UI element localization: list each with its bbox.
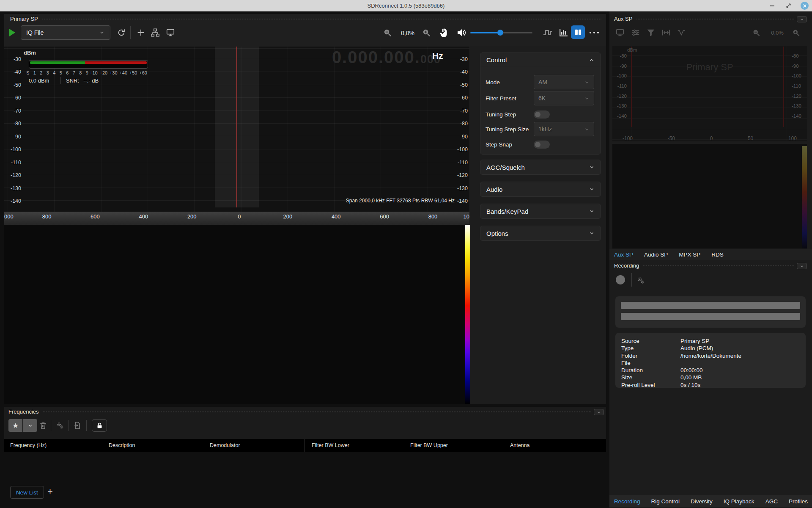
aux-filter-icon[interactable]	[646, 28, 656, 37]
aux-spectrum-display[interactable]: Primary SP	[612, 46, 807, 141]
smeter-tick: 2	[40, 70, 42, 75]
smeter-tick: +20	[99, 70, 107, 75]
db-label: -110	[5, 160, 21, 165]
list-settings-icon[interactable]	[56, 421, 64, 430]
delete-button[interactable]	[39, 421, 47, 430]
network-icon[interactable]	[151, 28, 160, 37]
control-section-header[interactable]: Control	[480, 53, 601, 67]
agc-squelch-section[interactable]: AGC/Squelch	[480, 160, 601, 175]
favorite-split-button[interactable]: ★	[8, 419, 37, 432]
aux-collapse-button[interactable]	[797, 16, 807, 22]
more-options-button[interactable]	[589, 30, 600, 35]
volume-slider-thumb[interactable]	[497, 30, 503, 36]
bands-keypad-section[interactable]: Bands/KeyPad	[480, 204, 601, 219]
aux-settings-sliders-icon[interactable]	[631, 28, 640, 37]
column-header[interactable]: Demodulator	[210, 442, 240, 448]
close-button[interactable]	[801, 2, 809, 10]
zoom-in-button[interactable]	[422, 28, 431, 38]
aux-monitor-icon[interactable]	[615, 28, 625, 37]
waterfall-colormap-bar[interactable]	[465, 225, 470, 404]
zoom-level-value: 0,0%	[397, 30, 419, 36]
new-list-tab[interactable]: New List	[10, 486, 44, 499]
add-device-button[interactable]	[136, 28, 145, 37]
chevron-down-icon	[597, 410, 601, 414]
aux-waterfall-display[interactable]	[612, 144, 807, 248]
frequency-axis[interactable]: 000-800-600-400-200020040060080010	[4, 212, 469, 225]
aux-tabs[interactable]: Aux SPAudio SPMPX SPRDS	[609, 249, 812, 260]
tab[interactable]: Aux SP	[614, 251, 633, 258]
aux-bottom-tabs[interactable]: RecordingRig ControlDiversityIQ Playback…	[609, 495, 812, 507]
tuning-step-toggle[interactable]	[534, 110, 550, 119]
speaker-icon[interactable]	[457, 28, 467, 37]
tuning-line[interactable]	[236, 47, 237, 207]
aux-bandwidth-icon[interactable]	[661, 28, 671, 37]
spectrum-chart-button[interactable]	[558, 27, 569, 38]
info-label: Type	[621, 345, 680, 352]
smeter-tick: 3	[47, 70, 49, 75]
maximize-button[interactable]	[785, 2, 792, 10]
db-label: -110	[614, 84, 627, 88]
volume-slider-fill	[470, 32, 500, 33]
tab[interactable]: IQ Playback	[724, 498, 754, 505]
aux-zoom-out-button[interactable]	[752, 28, 761, 37]
recording-collapse-button[interactable]	[797, 263, 807, 269]
tab[interactable]: AGC	[765, 498, 778, 505]
column-header[interactable]: Filter BW Lower	[312, 442, 349, 448]
aux-zoom-in-button[interactable]	[792, 28, 801, 37]
recording-title: Recording	[614, 262, 639, 269]
column-header[interactable]: Filter BW Upper	[410, 442, 448, 448]
toolbar-separator	[130, 26, 131, 39]
refresh-button[interactable]	[117, 28, 126, 37]
tab[interactable]: Profiles	[789, 498, 808, 505]
zoom-out-button[interactable]	[383, 28, 392, 38]
tab[interactable]: Recording	[614, 498, 640, 505]
info-label: Pre-roll Level	[621, 381, 680, 389]
favorite-dropdown-button[interactable]	[23, 419, 37, 432]
tab[interactable]: Rig Control	[651, 498, 680, 505]
toggle-knob	[535, 112, 540, 117]
lock-button[interactable]	[92, 419, 107, 432]
mode-select[interactable]: AM	[534, 75, 594, 89]
column-header[interactable]: Frequency (Hz)	[10, 442, 47, 448]
monitor-icon[interactable]	[166, 28, 175, 37]
step-wave-icon[interactable]	[543, 28, 553, 37]
column-header[interactable]: Antenna	[510, 442, 530, 448]
options-section[interactable]: Options	[480, 226, 601, 241]
step-snap-toggle[interactable]	[534, 141, 550, 149]
favorite-star-button[interactable]: ★	[8, 419, 23, 432]
frequencies-table-body[interactable]	[4, 452, 606, 508]
frequencies-collapse-button[interactable]	[594, 409, 604, 415]
window-titlebar: SDRconnect 1.0.5 (583e89db6)	[0, 0, 812, 11]
waterfall-display[interactable]	[4, 225, 465, 404]
primary-sp-title: Primary SP	[10, 16, 38, 22]
toolbar-separator	[51, 420, 51, 431]
minimize-button[interactable]	[768, 2, 776, 10]
import-export-icon[interactable]	[73, 421, 82, 430]
frequencies-title: Frequencies	[8, 409, 39, 415]
add-list-button[interactable]: +	[47, 487, 53, 496]
tuning-step-size-select[interactable]: 1kHz	[534, 122, 594, 136]
recording-settings-icon[interactable]	[636, 276, 645, 284]
column-header[interactable]: Description	[109, 442, 135, 448]
volume-slider[interactable]	[470, 32, 532, 33]
db-label: -120	[5, 173, 21, 178]
lock-icon	[96, 422, 103, 429]
snr-label: SNR:	[66, 77, 79, 84]
record-button[interactable]	[616, 275, 625, 284]
aux-notch-icon[interactable]	[677, 28, 686, 37]
tab[interactable]: Diversity	[691, 498, 713, 505]
source-select[interactable]: IQ File	[21, 25, 110, 40]
new-list-label: New List	[16, 489, 38, 496]
split-view-button[interactable]	[571, 25, 585, 39]
tab[interactable]: Audio SP	[644, 251, 668, 258]
aux-band-edge-left	[631, 47, 632, 127]
frequency-display[interactable]: 0.000.000. 000	[332, 48, 441, 67]
tab[interactable]: MPX SP	[679, 251, 700, 258]
pan-hand-button[interactable]	[439, 27, 449, 38]
chevron-down-icon	[584, 80, 590, 85]
play-button[interactable]	[8, 28, 16, 37]
tab[interactable]: RDS	[711, 251, 724, 258]
db-label: -80	[452, 121, 468, 126]
audio-section[interactable]: Audio	[480, 182, 601, 197]
filter-preset-select[interactable]: 6K	[534, 91, 594, 105]
